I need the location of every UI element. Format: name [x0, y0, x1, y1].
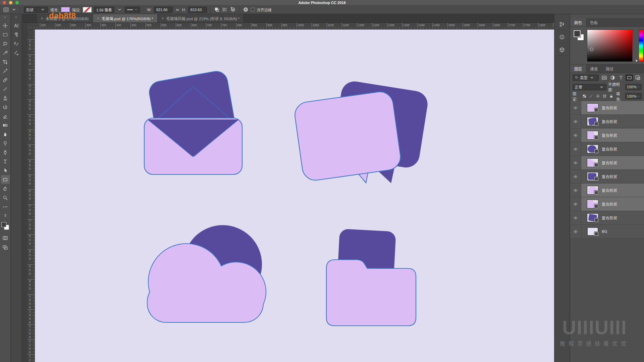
tab-paths[interactable]: 路径 — [602, 64, 618, 73]
swap-colors-icon[interactable] — [1, 212, 10, 220]
align-edges-checkbox[interactable] — [251, 8, 255, 11]
link-dimensions-icon[interactable] — [175, 7, 180, 12]
document-tab-3[interactable]: × 毛玻璃风格.psd @ 219% (形状 8, RGB/8) * — [158, 14, 244, 22]
tool-mode-select[interactable]: 形状 — [24, 7, 48, 13]
eraser-tool[interactable] — [1, 112, 10, 120]
width-input[interactable]: 921.66 — [154, 7, 173, 13]
layer-visibility-toggle[interactable] — [570, 225, 581, 238]
lock-position-icon[interactable] — [595, 93, 601, 99]
layer-name[interactable]: 复合形状 — [602, 146, 617, 152]
tab-color[interactable]: 颜色 — [570, 18, 586, 27]
layer-thumbnail[interactable] — [587, 200, 598, 208]
magic-wand-tool[interactable] — [1, 48, 10, 57]
panel-foreground-background-swatches[interactable] — [574, 30, 585, 42]
tab-swatches[interactable]: 色板 — [586, 18, 602, 27]
filter-pixel-layers-icon[interactable] — [600, 74, 608, 81]
stroke-color-swatch[interactable] — [83, 7, 92, 12]
layer-row[interactable]: 复合形状 — [570, 197, 644, 211]
envelope-icon[interactable] — [144, 69, 242, 174]
blur-tool[interactable] — [1, 130, 10, 139]
more-tools[interactable] — [1, 202, 10, 211]
layer-thumbnail[interactable] — [587, 213, 598, 222]
toolbar-expand-icon[interactable]: » — [4, 14, 6, 21]
layer-row[interactable]: 复合形状 — [570, 128, 644, 142]
layer-thumbnail[interactable] — [587, 131, 598, 140]
info-panel-icon[interactable] — [556, 32, 568, 43]
layer-name[interactable]: 复合形状 — [602, 160, 617, 165]
cloud-icon[interactable] — [148, 225, 266, 322]
vertical-ruler[interactable]: 1502002503003504004505005506006507007508… — [28, 30, 35, 362]
lasso-tool[interactable] — [1, 39, 10, 48]
healing-brush-tool[interactable] — [1, 75, 10, 84]
layer-visibility-toggle[interactable] — [570, 115, 581, 128]
clone-stamp-tool[interactable] — [1, 94, 10, 102]
chat-bubbles-icon[interactable] — [293, 80, 429, 183]
tab-channels[interactable]: 通道 — [586, 64, 602, 73]
layer-row[interactable]: 复合形状 — [570, 142, 644, 156]
pen-tool[interactable] — [1, 148, 10, 157]
history-brush-tool[interactable] — [1, 103, 10, 111]
path-operations-icon[interactable] — [214, 7, 220, 12]
layer-visibility-toggle[interactable] — [570, 156, 581, 169]
layer-name[interactable]: 复合形状 — [602, 105, 617, 110]
close-tab-icon[interactable]: × — [41, 16, 43, 21]
dock-expand-icon[interactable]: » — [15, 14, 17, 21]
path-selection-tool[interactable] — [1, 166, 10, 175]
layer-visibility-toggle[interactable] — [570, 142, 581, 156]
chevron-down-icon[interactable] — [11, 7, 17, 12]
layer-visibility-toggle[interactable] — [570, 211, 581, 224]
filter-adjustment-layers-icon[interactable] — [609, 74, 616, 81]
brushes-panel-icon[interactable] — [12, 48, 21, 57]
close-tab-icon[interactable]: × — [97, 16, 99, 21]
layer-visibility-toggle[interactable] — [570, 170, 581, 183]
filter-type-layers-icon[interactable] — [617, 74, 625, 81]
foreground-color-swatch[interactable] — [1, 222, 6, 227]
layer-visibility-toggle[interactable] — [570, 128, 581, 142]
character-panel-icon[interactable] — [12, 21, 21, 30]
layer-thumbnail[interactable] — [587, 158, 598, 167]
layer-name[interactable]: 复合形状 — [602, 201, 617, 207]
folder-icon[interactable] — [326, 229, 416, 326]
chevron-down-icon[interactable] — [117, 7, 122, 12]
layer-row[interactable]: BG — [570, 225, 644, 239]
brush-tool[interactable] — [1, 85, 10, 93]
move-tool[interactable] — [1, 21, 10, 30]
color-picker-handle[interactable] — [590, 48, 593, 51]
document-canvas[interactable] — [35, 30, 554, 362]
path-alignment-icon[interactable] — [222, 7, 228, 12]
zoom-tool[interactable] — [1, 193, 10, 202]
close-tab-icon[interactable]: × — [162, 16, 164, 21]
crop-tool[interactable] — [1, 57, 10, 66]
lock-all-icon[interactable] — [608, 93, 614, 99]
layer-row[interactable]: 复合形状 — [570, 115, 644, 128]
layer-name[interactable]: 复合形状 — [602, 174, 617, 179]
tool-preset-icon[interactable] — [3, 7, 9, 12]
eyedropper-tool[interactable] — [1, 66, 10, 75]
layer-name[interactable]: 复合形状 — [602, 188, 617, 193]
blend-mode-select[interactable]: 正常 — [573, 84, 606, 90]
path-arrangement-icon[interactable] — [230, 7, 236, 12]
layer-thumbnail[interactable] — [587, 227, 598, 236]
screen-mode-button[interactable] — [1, 243, 10, 252]
hue-slider-icon[interactable] — [635, 59, 638, 62]
layer-thumbnail[interactable] — [587, 145, 598, 153]
panel-foreground-swatch[interactable] — [574, 30, 581, 37]
quick-mask-button[interactable] — [1, 234, 10, 242]
close-window-button[interactable] — [3, 1, 6, 4]
foreground-background-swatches[interactable] — [1, 222, 9, 230]
layer-thumbnail[interactable] — [587, 172, 598, 181]
layer-row[interactable]: 复合形状 — [570, 184, 644, 197]
layer-fill-input[interactable]: 100% — [625, 93, 642, 99]
height-input[interactable]: 813.63 — [188, 7, 207, 13]
saturation-brightness-field[interactable] — [587, 30, 633, 62]
lock-transparent-pixels-icon[interactable] — [582, 93, 588, 99]
hand-tool[interactable] — [1, 184, 10, 193]
layer-thumbnail[interactable] — [587, 103, 598, 112]
stroke-width-input[interactable]: 1.56 像素 — [94, 7, 114, 13]
opacity-input[interactable]: 100% — [625, 84, 642, 90]
dodge-tool[interactable] — [1, 139, 10, 148]
layer-row[interactable]: 复合形状 — [570, 156, 644, 170]
hue-strip[interactable] — [639, 30, 643, 62]
lock-image-pixels-icon[interactable] — [588, 93, 594, 99]
filter-smart-objects-icon[interactable] — [634, 74, 641, 81]
